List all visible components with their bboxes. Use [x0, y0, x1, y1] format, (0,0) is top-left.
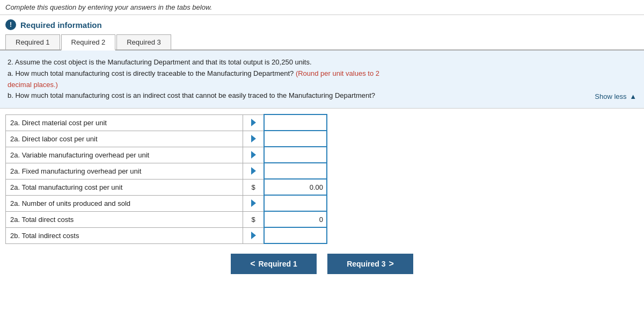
value-input-cell[interactable] — [264, 114, 327, 131]
indicator-cell — [243, 131, 264, 147]
row-indicator-icon — [251, 232, 256, 239]
row-label: 2a. Number of units produced and sold — [6, 195, 243, 211]
table-row: 2a. Fixed manufacturing overhead per uni… — [6, 163, 327, 179]
table-row: 2b. Total indirect costs — [6, 227, 327, 243]
question-box: 2. Assume the cost object is the Manufac… — [0, 51, 644, 109]
question-line2a: a. How much total manufacturing cost is … — [8, 68, 636, 80]
row-label: 2a. Direct material cost per unit — [6, 114, 243, 131]
value-input-cell[interactable] — [264, 163, 327, 179]
banner-text: Complete this question by entering your … — [5, 3, 212, 11]
show-less-link[interactable]: Show less ▲ — [595, 91, 636, 103]
info-icon: ! — [5, 19, 16, 30]
row-label: 2a. Direct labor cost per unit — [6, 131, 243, 147]
question-red2: decimal places.) — [8, 81, 58, 89]
value-input[interactable] — [269, 232, 323, 240]
row-label: 2a. Total manufacturing cost per unit — [6, 179, 243, 195]
value-input[interactable] — [269, 167, 323, 175]
prev-button-label: Required 1 — [258, 260, 297, 268]
row-indicator-icon — [251, 199, 256, 207]
table-row: 2a. Direct labor cost per unit — [6, 131, 327, 147]
row-indicator-icon — [251, 119, 256, 126]
prev-arrow-icon: < — [250, 259, 255, 269]
indicator-cell — [243, 114, 264, 131]
value-input[interactable] — [269, 135, 323, 143]
value-display-cell: 0 — [264, 211, 327, 227]
question-line1: 2. Assume the cost object is the Manufac… — [8, 57, 636, 68]
table-row: 2a. Number of units produced and sold — [6, 195, 327, 211]
dollar-sign-cell: $ — [243, 211, 264, 227]
required-info-bar: ! Required information — [0, 15, 644, 34]
value-input[interactable] — [269, 199, 323, 207]
row-label: 2b. Total indirect costs — [6, 227, 243, 243]
table-row: 2a. Total direct costs$0 — [6, 211, 327, 227]
row-label: 2a. Total direct costs — [6, 211, 243, 227]
tabs-row: Required 1 Required 2 Required 3 — [0, 34, 644, 51]
value-input-cell[interactable] — [264, 147, 327, 163]
tab-required3[interactable]: Required 3 — [116, 34, 171, 49]
next-button[interactable]: Required 3 > — [327, 254, 413, 274]
dollar-sign-cell: $ — [243, 179, 264, 195]
row-indicator-icon — [251, 151, 256, 159]
next-arrow-icon: > — [389, 259, 394, 269]
value-input-cell[interactable] — [264, 195, 327, 211]
row-indicator-icon — [251, 135, 256, 142]
prev-button[interactable]: < Required 1 — [231, 254, 317, 274]
table-section: 2a. Direct material cost per unit2a. Dir… — [0, 109, 644, 244]
tab-required2[interactable]: Required 2 — [61, 34, 116, 51]
show-less-arrow-icon: ▲ — [630, 91, 636, 103]
question-red2-line: decimal places.) — [8, 80, 636, 91]
bottom-nav: < Required 1 Required 3 > — [0, 244, 644, 279]
value-input[interactable] — [269, 119, 323, 127]
indicator-cell — [243, 147, 264, 163]
row-label: 2a. Fixed manufacturing overhead per uni… — [6, 163, 243, 179]
question-red1: (Round per unit values to 2 — [296, 69, 379, 77]
question-line2b: b. How much total manufacturing cost is … — [8, 90, 636, 102]
cost-table: 2a. Direct material cost per unit2a. Dir… — [5, 114, 327, 244]
row-indicator-icon — [251, 167, 256, 175]
required-info-label: Required information — [20, 20, 102, 30]
top-banner: Complete this question by entering your … — [0, 0, 644, 15]
tab-required1[interactable]: Required 1 — [5, 34, 60, 49]
next-button-label: Required 3 — [347, 260, 385, 268]
table-row: 2a. Total manufacturing cost per unit$0.… — [6, 179, 327, 195]
indicator-cell — [243, 195, 264, 211]
value-display-cell: 0.00 — [264, 179, 327, 195]
value-input-cell[interactable] — [264, 227, 327, 243]
value-input[interactable] — [269, 151, 323, 159]
value-input-cell[interactable] — [264, 131, 327, 147]
indicator-cell — [243, 163, 264, 179]
table-row: 2a. Variable manufacturing overhead per … — [6, 147, 327, 163]
indicator-cell — [243, 227, 264, 243]
table-row: 2a. Direct material cost per unit — [6, 114, 327, 131]
row-label: 2a. Variable manufacturing overhead per … — [6, 147, 243, 163]
